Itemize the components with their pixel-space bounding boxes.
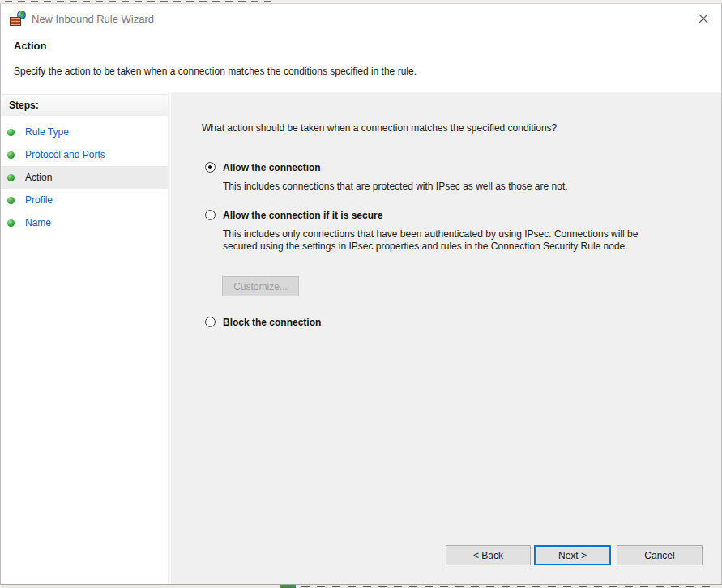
window-title: New Inbound Rule Wizard bbox=[32, 4, 154, 33]
radio-block-connection[interactable] bbox=[205, 317, 216, 327]
next-button[interactable]: Next > bbox=[534, 545, 611, 565]
sidebar-item-rule-type[interactable]: Rule Type bbox=[1, 121, 168, 143]
title-bar: New Inbound Rule Wizard bbox=[1, 4, 721, 33]
step-status-icon bbox=[7, 174, 15, 181]
brick-wall-icon bbox=[10, 17, 21, 26]
radio-allow-if-secure-description: This includes only connections that have… bbox=[223, 228, 667, 253]
radio-allow-if-secure-label[interactable]: Allow the connection if it is secure bbox=[223, 210, 382, 221]
radio-allow-connection-description: This includes connections that are prote… bbox=[223, 181, 677, 193]
step-status-icon bbox=[7, 197, 15, 204]
page-title: Action bbox=[14, 40, 46, 52]
background-window-green-fragment bbox=[280, 585, 296, 588]
content-panel: What action should be taken when a conne… bbox=[171, 92, 721, 584]
steps-heading: Steps: bbox=[1, 94, 168, 116]
step-status-icon bbox=[7, 219, 15, 227]
sidebar-item-label[interactable]: Name bbox=[25, 217, 51, 228]
radio-allow-connection[interactable] bbox=[205, 162, 216, 173]
screen: New Inbound Rule Wizard Action Specify t… bbox=[0, 0, 722, 588]
sidebar-item-name[interactable]: Name bbox=[1, 211, 168, 234]
cancel-button[interactable]: Cancel bbox=[617, 545, 703, 565]
step-status-icon bbox=[7, 129, 15, 136]
sidebar-item-action-current: Action bbox=[1, 166, 168, 189]
steps-panel: Steps: Rule Type Protocol and Ports Acti… bbox=[1, 92, 169, 584]
question-text: What action should be taken when a conne… bbox=[202, 122, 688, 134]
background-window-clipped-text bbox=[5, 1, 272, 2]
sidebar-item-protocol-and-ports[interactable]: Protocol and Ports bbox=[1, 143, 168, 166]
page-subtitle: Specify the action to be taken when a co… bbox=[14, 66, 417, 77]
firewall-icon bbox=[10, 11, 26, 26]
sidebar-item-label[interactable]: Rule Type bbox=[25, 126, 69, 138]
back-button[interactable]: < Back bbox=[446, 545, 531, 565]
sidebar-item-label: Action bbox=[25, 172, 52, 183]
background-window-clipped-text bbox=[301, 586, 712, 587]
step-status-icon bbox=[7, 151, 15, 159]
radio-allow-connection-label[interactable]: Allow the connection bbox=[223, 162, 321, 173]
sidebar-item-profile[interactable]: Profile bbox=[1, 189, 168, 211]
close-icon[interactable] bbox=[696, 11, 711, 26]
radio-block-connection-label[interactable]: Block the connection bbox=[223, 317, 321, 328]
wizard-dialog: New Inbound Rule Wizard Action Specify t… bbox=[0, 3, 722, 585]
radio-allow-if-secure[interactable] bbox=[205, 210, 216, 220]
steps-list: Rule Type Protocol and Ports Action Prof… bbox=[1, 121, 168, 234]
background-window-bottom-edge bbox=[0, 585, 722, 588]
sidebar-item-label[interactable]: Protocol and Ports bbox=[25, 149, 105, 160]
sidebar-item-label[interactable]: Profile bbox=[25, 194, 53, 206]
customize-button[interactable]: Customize... bbox=[222, 276, 299, 296]
